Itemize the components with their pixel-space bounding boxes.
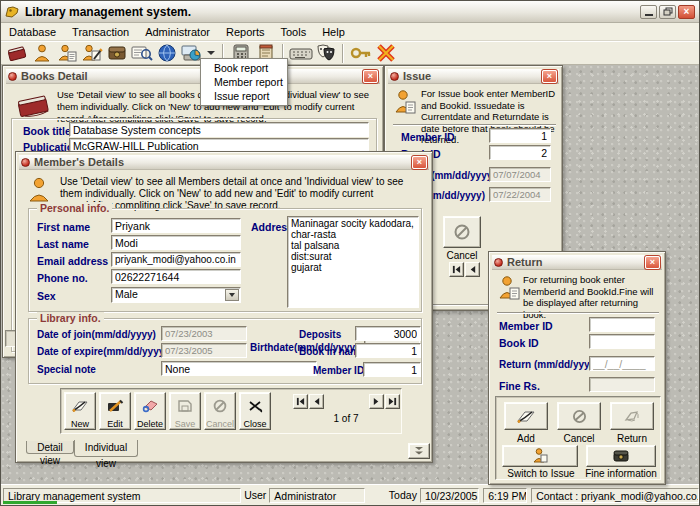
close-x-icon — [247, 393, 263, 419]
date-of-expire-label: Date of expire(mm/dd/yyyy) — [37, 346, 168, 357]
email-input[interactable] — [111, 252, 241, 267]
menu-transaction[interactable]: Transaction — [64, 25, 137, 39]
return-label: Return — [608, 433, 656, 444]
menu-item-book-report[interactable]: Book report — [201, 61, 287, 75]
close-icon[interactable]: × — [363, 70, 378, 83]
edit-icon — [106, 393, 124, 419]
tab-individual-view[interactable]: Individual view — [74, 440, 138, 457]
separator-line — [497, 312, 659, 314]
deposits-input[interactable] — [355, 326, 421, 341]
delete-button[interactable]: Delete — [134, 392, 166, 430]
member-id-input[interactable] — [363, 362, 421, 377]
member-edit-icon[interactable] — [79, 42, 104, 64]
return-date-input[interactable] — [589, 356, 655, 371]
record-buttons-panel: New Edit Delete Save Cancel — [60, 388, 402, 434]
menu-reports[interactable]: Reports — [218, 25, 273, 39]
first-record-button[interactable] — [293, 394, 308, 409]
member-note-icon[interactable] — [54, 42, 79, 64]
new-icon — [71, 393, 89, 419]
return-member-id-input[interactable] — [589, 317, 655, 332]
switch-to-issue-button[interactable] — [502, 445, 578, 467]
phone-input[interactable] — [111, 269, 241, 284]
special-note-label: Special note — [37, 364, 96, 375]
first-name-label: First name — [37, 221, 90, 233]
money-icon[interactable] — [104, 42, 129, 64]
book-icon — [15, 92, 51, 120]
members-details-titlebar[interactable]: Member's Details × — [19, 155, 429, 170]
menu-tools[interactable]: Tools — [272, 25, 314, 39]
return-button[interactable] — [610, 402, 654, 430]
cancel-button[interactable] — [557, 402, 601, 430]
special-note-input[interactable] — [161, 361, 317, 376]
edit-button[interactable]: Edit — [99, 392, 131, 430]
save-button[interactable]: Save — [169, 392, 201, 430]
keyboard-icon[interactable] — [288, 42, 313, 64]
minimize-button[interactable] — [640, 5, 657, 19]
issue-titlebar[interactable]: Issue × — [388, 69, 559, 84]
collapse-chevron-button[interactable] — [408, 443, 430, 459]
app-titlebar[interactable]: Library management system. × — [1, 1, 699, 23]
window-members-details: Member's Details × Use 'Detail view' to … — [15, 151, 433, 463]
return-title: Return — [507, 256, 542, 268]
close-window-button[interactable]: Close — [239, 392, 271, 430]
menu-item-issue-report[interactable]: Issue report — [201, 89, 287, 103]
last-record-button[interactable] — [385, 394, 400, 409]
menu-item-member-report[interactable]: Member report — [201, 75, 287, 89]
issue-member-id-input[interactable] — [489, 128, 551, 143]
member-icon[interactable] — [29, 42, 54, 64]
theater-masks-icon[interactable] — [313, 42, 338, 64]
report-dropdown-caret[interactable] — [207, 51, 215, 55]
close-icon[interactable]: × — [542, 70, 557, 83]
chevron-down-icon[interactable] — [225, 289, 239, 301]
money-icon — [611, 449, 631, 463]
personal-info-group: Personal info. First name Last name Emai… — [28, 208, 422, 312]
cancel-button[interactable]: Cancel — [204, 392, 236, 430]
address-textarea[interactable]: Maninagar socity kadodara, char-rasta ta… — [287, 216, 419, 308]
add-icon — [516, 409, 536, 424]
new-button[interactable]: New — [64, 392, 96, 430]
first-name-input[interactable] — [111, 218, 241, 233]
next-record-button[interactable] — [369, 394, 384, 409]
book-title-input[interactable] — [69, 122, 369, 137]
previous-record-button[interactable] — [309, 394, 324, 409]
key-icon[interactable] — [348, 42, 373, 64]
return-member-id-label: Member ID — [499, 320, 553, 332]
app-title: Library management system. — [25, 5, 191, 19]
sex-value: Male — [115, 288, 138, 300]
last-name-input[interactable] — [111, 235, 241, 250]
close-icon[interactable]: × — [412, 156, 427, 169]
email-label: Email address — [37, 255, 108, 267]
restore-button[interactable] — [659, 5, 676, 19]
deposits-label: Deposits — [299, 329, 341, 340]
add-button[interactable] — [504, 402, 548, 430]
previous-record-button[interactable] — [465, 262, 480, 277]
book-icon[interactable] — [4, 42, 29, 64]
return-titlebar[interactable]: Return × — [492, 255, 662, 270]
sex-combobox[interactable]: Male — [111, 287, 241, 303]
issue-member-id-label: Member ID — [401, 131, 455, 143]
issue-cancel-button[interactable] — [443, 216, 481, 248]
issue-book-id-input[interactable] — [489, 145, 551, 160]
close-icon[interactable]: × — [645, 256, 660, 269]
book-in-hand-input[interactable] — [355, 343, 421, 358]
members-details-info: Use 'Detail view' to see all Members det… — [60, 176, 420, 212]
status-bar: Library management system User Administr… — [1, 484, 700, 505]
mdi-workspace: Books Detail × Use 'Detail view' to see … — [1, 65, 700, 486]
fine-information-button[interactable] — [586, 445, 656, 467]
status-contact: Contact : priyank_modi@yahoo.co.in — [531, 488, 699, 503]
search-card-icon[interactable] — [129, 42, 154, 64]
return-book-id-input[interactable] — [589, 334, 655, 349]
menu-administrator[interactable]: Administrator — [137, 25, 218, 39]
book-in-hand-label: Book in hand — [299, 346, 362, 357]
menu-database[interactable]: Database — [1, 25, 64, 39]
tab-detail-view[interactable]: Detail view — [26, 441, 74, 454]
books-detail-titlebar[interactable]: Books Detail × — [6, 69, 380, 84]
window-icon — [8, 72, 17, 81]
exit-icon[interactable] — [373, 42, 398, 64]
add-label: Add — [504, 433, 548, 444]
close-button[interactable]: × — [678, 5, 695, 19]
menu-help[interactable]: Help — [314, 25, 353, 39]
web-icon[interactable] — [154, 42, 179, 64]
member-note-icon — [497, 274, 521, 302]
first-record-button[interactable] — [449, 262, 464, 277]
